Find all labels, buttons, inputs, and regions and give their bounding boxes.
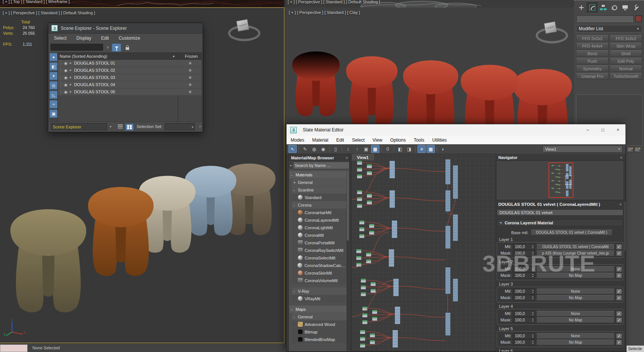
browser-item[interactable]: CoronaLightMtl	[292, 224, 347, 231]
render-dot-icon[interactable]: ●	[69, 76, 71, 79]
mtl-enable-checkbox[interactable]: ✓	[616, 289, 622, 294]
mask-enable-checkbox[interactable]: ✓	[616, 250, 622, 256]
spinner-arrows-icon[interactable]: ▴▾	[531, 340, 535, 344]
material-preview-icon[interactable]: ▣	[362, 145, 370, 153]
spinner-arrows-icon[interactable]: ▴▾	[531, 295, 535, 300]
hierarchy-tab[interactable]	[598, 2, 609, 12]
collapse-toggle[interactable]: -	[293, 315, 296, 319]
lock-selection-icon[interactable]	[124, 44, 131, 51]
mtl-enable-checkbox[interactable]: ✓	[616, 311, 622, 316]
modifier-list-dropdown[interactable]: Modifier List ▼	[576, 25, 642, 32]
mask-amount-spinner[interactable]: 100,0 ▴▾	[513, 339, 535, 346]
menu-item[interactable]: Display	[76, 36, 91, 41]
explorer-selector-combo[interactable]: Scene Explorer	[51, 123, 107, 130]
material-name-field[interactable]: DOUGLAS STOOL 01 velvet	[497, 209, 623, 216]
modifier-preset-button[interactable]: Unwrap Pro	[576, 73, 609, 80]
viewcube[interactable]: FRONT	[534, 19, 567, 45]
frozen-state-icon[interactable]: ✱	[189, 90, 192, 94]
browser-item[interactable]: CoronaLayeredMtl	[292, 216, 347, 224]
display-containers-icon[interactable]: ▣	[49, 110, 58, 118]
object-name[interactable]: DOUGLAS STOOL 03	[74, 75, 115, 80]
menu-item[interactable]: Select	[54, 36, 66, 41]
display-helpers-icon[interactable]: ◺	[49, 91, 58, 99]
spinner-arrows-icon[interactable]: ▴▾	[531, 318, 535, 322]
menu-item[interactable]: Edit	[336, 137, 344, 143]
base-mtl-slot-button[interactable]: DOUGLAS STOOL 01 velvet ( CoronaMtl )	[531, 230, 612, 235]
close-icon[interactable]: ×	[619, 202, 622, 207]
navigator-panel-header[interactable]: Navigator ×	[496, 154, 624, 161]
view-selector-dropdown[interactable]: View1 ▾	[542, 145, 622, 153]
collapse-toggle[interactable]: -	[291, 173, 294, 177]
mtl-slot-button[interactable]: None	[536, 333, 615, 339]
menu-item[interactable]: Tools	[414, 137, 424, 143]
pick-material-from-object-icon[interactable]: ✎	[301, 145, 309, 153]
mask-slot-button[interactable]: No Map	[536, 317, 615, 323]
parameter-scrollbar[interactable]	[625, 201, 626, 351]
render-dot-icon[interactable]: ●	[69, 90, 71, 94]
viewport-label[interactable]: [ + ] [ Perspective ] [ Standard ] [ Def…	[3, 11, 95, 15]
menu-item[interactable]: Modes	[291, 137, 304, 143]
viewcube-cube[interactable]: FRONT	[236, 19, 249, 32]
browser-item[interactable]: - Maps	[290, 306, 347, 313]
browser-item[interactable]: - V-Ray	[292, 287, 347, 295]
layout-all-icon[interactable]: ▦	[427, 145, 435, 153]
visibility-eye-icon[interactable]: ◉	[64, 90, 68, 94]
browser-item[interactable]: CoronaPortalMtl	[292, 239, 347, 246]
browser-search-input[interactable]	[293, 162, 350, 169]
selection-set-combo[interactable]: ▾	[165, 123, 195, 130]
viewport-top-right[interactable]: [ + ] [ Perspective ] [ Standard ] [ Def…	[285, 0, 574, 8]
object-name-field[interactable]	[576, 15, 634, 22]
modifier-preset-button[interactable]: TurboSmooth	[610, 73, 642, 80]
frozen-column-header[interactable]: Frozen	[185, 54, 198, 59]
select-tool-icon[interactable]: ↖	[288, 145, 297, 153]
mask-slot-button[interactable]: No Map	[536, 340, 615, 345]
mask-enable-checkbox[interactable]: ✓	[616, 273, 622, 278]
browser-item[interactable]: CoronaShadowCatc...	[292, 262, 347, 269]
display-cameras-icon[interactable]: ◎	[49, 81, 58, 90]
view-tab[interactable]: View1	[352, 154, 374, 161]
object-name[interactable]: DOUGLAS STOOL 02	[74, 68, 115, 73]
display-tab[interactable]	[619, 2, 630, 12]
mask-amount-spinner[interactable]: 100,0 ▴▾	[513, 295, 535, 301]
visibility-eye-icon[interactable]: ◉	[64, 76, 68, 80]
list-column-header[interactable]: Name (Sorted Ascending) ▲ Frozen	[58, 53, 202, 60]
viewport-top[interactable]: [ + ] [ Top ] [ Standard ] [ Wireframe ]	[0, 0, 284, 7]
menu-item[interactable]: Edit	[101, 36, 109, 41]
table-row[interactable]: ◉ ● DOUGLAS STOOL 02 ✱	[58, 67, 202, 74]
modifier-preset-button[interactable]: Skin Wrap	[610, 43, 642, 49]
motion-tab[interactable]	[609, 2, 619, 12]
visibility-eye-icon[interactable]: ◉	[64, 83, 68, 87]
frozen-state-icon[interactable]: ✱	[189, 68, 192, 73]
modifier-preset-button[interactable]: FFD 2x2x2	[576, 35, 609, 42]
menu-item[interactable]: Options	[390, 137, 406, 143]
viewcube-front-face[interactable]: FRONT	[546, 25, 555, 30]
mtl-amount-spinner[interactable]: 100,0 ▴▾	[513, 333, 535, 339]
viewport-label[interactable]: [ + ] [ Perspective ] [ Standard ] [ Cla…	[289, 10, 360, 15]
modify-tab[interactable]	[587, 2, 598, 12]
menu-item[interactable]: Utilities	[432, 137, 447, 143]
viewcube-front-face[interactable]: FRONT	[238, 23, 247, 28]
modifier-preset-button[interactable]: Symmetry	[576, 65, 609, 72]
maxscript-mini-listener[interactable]	[0, 344, 28, 352]
display-spacewarps-icon[interactable]: ≈	[49, 100, 58, 108]
browser-item[interactable]: CoronaSelectMtl	[292, 254, 347, 261]
modifier-preset-button[interactable]: Bend	[576, 50, 609, 57]
browser-item[interactable]: - General	[292, 313, 347, 320]
mask-slot-button[interactable]: No Map	[536, 295, 615, 301]
collapse-toggle[interactable]: -	[291, 307, 294, 312]
browser-item[interactable]: CoronaRaySwitchMtl	[292, 247, 347, 254]
modifier-preset-button[interactable]: FFD 3x3x3	[610, 35, 642, 42]
render-dot-icon[interactable]: ●	[69, 83, 71, 86]
viewcube-cube[interactable]: FRONT	[544, 22, 557, 34]
browser-item[interactable]: VRayMtl	[292, 295, 347, 302]
frozen-state-icon[interactable]: ✱	[189, 61, 192, 65]
create-tab[interactable]	[576, 2, 587, 12]
frozen-state-icon[interactable]: ✱	[189, 76, 192, 80]
mtl-amount-spinner[interactable]: 100,0 ▴▾	[513, 310, 535, 317]
spinner-arrows-icon[interactable]: ▴▾	[531, 289, 535, 293]
browser-item[interactable]: Standard	[292, 194, 347, 201]
collapse-toggle[interactable]: -	[293, 289, 296, 293]
material-id-channel-icon[interactable]: 0	[384, 145, 392, 153]
show-end-result-icon[interactable]: ◧	[396, 145, 404, 153]
edit-grid-icon[interactable]	[627, 147, 633, 153]
